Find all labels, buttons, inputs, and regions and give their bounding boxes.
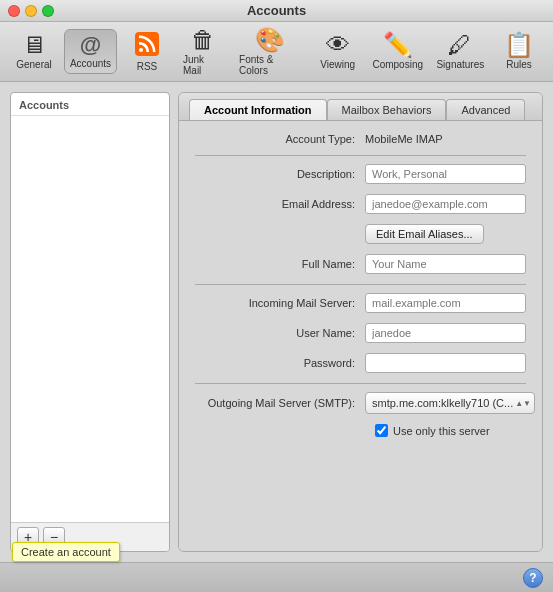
incoming-server-label: Incoming Mail Server: — [195, 297, 365, 309]
toolbar-item-rss[interactable]: RSS — [121, 28, 173, 76]
rules-label: Rules — [506, 59, 532, 70]
composing-icon: ✏️ — [383, 33, 413, 57]
smtp-row: Outgoing Mail Server (SMTP): smtp.me.com… — [195, 392, 526, 414]
email-address-input[interactable] — [365, 194, 526, 214]
tab-mailbox-behaviors[interactable]: Mailbox Behaviors — [327, 99, 447, 120]
general-label: General — [16, 59, 52, 70]
toolbar-item-viewing[interactable]: 👁 Viewing — [312, 29, 364, 74]
rss-label: RSS — [137, 61, 158, 72]
sidebar: Accounts + − — [10, 92, 170, 552]
maximize-button[interactable] — [42, 5, 54, 17]
viewing-label: Viewing — [320, 59, 355, 70]
incoming-server-input[interactable] — [365, 293, 526, 313]
toolbar-item-rules[interactable]: 📋 Rules — [493, 29, 545, 74]
user-name-row: User Name: — [195, 323, 526, 343]
user-name-label: User Name: — [195, 327, 365, 339]
detail-panel: Account Information Mailbox Behaviors Ad… — [178, 92, 543, 552]
svg-rect-0 — [135, 32, 159, 56]
account-type-label: Account Type: — [195, 133, 365, 145]
tab-advanced[interactable]: Advanced — [446, 99, 525, 120]
tabs-bar: Account Information Mailbox Behaviors Ad… — [179, 93, 542, 121]
full-name-label: Full Name: — [195, 258, 365, 270]
description-label: Description: — [195, 168, 365, 180]
password-label: Password: — [195, 357, 365, 369]
separator-1 — [195, 155, 526, 156]
separator-3 — [195, 383, 526, 384]
junk-mail-icon: 🗑 — [191, 28, 215, 52]
viewing-icon: 👁 — [326, 33, 350, 57]
account-type-value: MobileMe IMAP — [365, 133, 443, 145]
toolbar-item-accounts[interactable]: @ Accounts — [64, 29, 117, 74]
use-only-server-checkbox[interactable] — [375, 424, 388, 437]
signatures-label: Signatures — [436, 59, 484, 70]
password-input[interactable] — [365, 353, 526, 373]
svg-point-1 — [139, 48, 143, 52]
signatures-icon: 🖊 — [448, 33, 472, 57]
toolbar: 🖥 General @ Accounts RSS 🗑 Junk Mail 🎨 F… — [0, 22, 553, 82]
junk-mail-label: Junk Mail — [183, 54, 223, 76]
accounts-icon: @ — [80, 34, 101, 56]
create-account-tooltip: Create an account — [12, 542, 120, 562]
composing-label: Composing — [372, 59, 423, 70]
separator-2 — [195, 284, 526, 285]
smtp-wrapper: smtp.me.com:klkelly710 (C... — [365, 392, 535, 414]
smtp-label: Outgoing Mail Server (SMTP): — [195, 397, 365, 409]
tab-account-information[interactable]: Account Information — [189, 99, 327, 120]
description-row: Description: — [195, 164, 526, 184]
full-name-row: Full Name: — [195, 254, 526, 274]
rss-icon — [135, 32, 159, 59]
minimize-button[interactable] — [25, 5, 37, 17]
account-type-row: Account Type: MobileMe IMAP — [195, 133, 526, 145]
accounts-label: Accounts — [70, 58, 111, 69]
incoming-server-row: Incoming Mail Server: — [195, 293, 526, 313]
close-button[interactable] — [8, 5, 20, 17]
bottom-bar: ? — [0, 562, 553, 592]
title-bar: Accounts — [0, 0, 553, 22]
sidebar-title: Accounts — [11, 93, 169, 116]
account-information-form: Account Type: MobileMe IMAP Description:… — [179, 121, 542, 551]
fonts-colors-label: Fonts & Colors — [239, 54, 302, 76]
help-button[interactable]: ? — [523, 568, 543, 588]
use-only-server-label: Use only this server — [393, 425, 490, 437]
accounts-list — [11, 116, 169, 522]
rules-icon: 📋 — [504, 33, 534, 57]
fonts-colors-icon: 🎨 — [255, 28, 285, 52]
description-input[interactable] — [365, 164, 526, 184]
edit-aliases-button[interactable]: Edit Email Aliases... — [365, 224, 484, 244]
smtp-select[interactable]: smtp.me.com:klkelly710 (C... — [365, 392, 535, 414]
toolbar-item-signatures[interactable]: 🖊 Signatures — [432, 29, 489, 74]
main-content: Accounts + − Account Information Mailbox… — [0, 82, 553, 562]
toolbar-item-fonts-colors[interactable]: 🎨 Fonts & Colors — [233, 24, 308, 80]
user-name-input[interactable] — [365, 323, 526, 343]
general-icon: 🖥 — [22, 33, 46, 57]
email-address-label: Email Address: — [195, 198, 365, 210]
edit-aliases-row: Edit Email Aliases... — [195, 224, 526, 244]
full-name-input[interactable] — [365, 254, 526, 274]
toolbar-item-general[interactable]: 🖥 General — [8, 29, 60, 74]
toolbar-item-junk-mail[interactable]: 🗑 Junk Mail — [177, 24, 229, 80]
toolbar-item-composing[interactable]: ✏️ Composing — [368, 29, 428, 74]
email-address-row: Email Address: — [195, 194, 526, 214]
password-row: Password: — [195, 353, 526, 373]
traffic-lights — [8, 5, 54, 17]
window-title: Accounts — [247, 3, 306, 18]
use-only-server-row: Use only this server — [375, 424, 526, 437]
